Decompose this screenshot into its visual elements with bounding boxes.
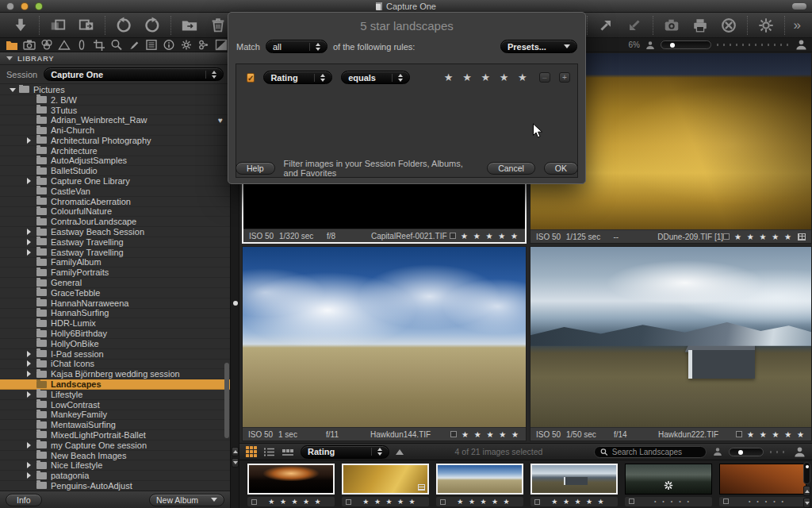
new-album-dropdown[interactable]: New Album xyxy=(149,494,224,506)
thumbnail-dune[interactable] xyxy=(342,464,429,495)
folder-row[interactable]: HDR-Lumix xyxy=(0,318,230,329)
tab-metadata-list-icon[interactable] xyxy=(145,39,158,51)
folder-row[interactable]: Kajsa Björnberg wedding session xyxy=(0,369,230,379)
disclosure-icon[interactable] xyxy=(26,320,33,326)
disclosure-icon[interactable] xyxy=(26,269,33,275)
star-rating[interactable]: ★ ★ ★ ★ ★ xyxy=(543,498,614,506)
disclosure-icon[interactable] xyxy=(26,157,33,164)
disclosure-icon[interactable] xyxy=(26,330,33,337)
disclosure-icon[interactable] xyxy=(26,402,33,408)
browser-cell-hawkdun144[interactable]: ISO 50 1 sec f/11 Hawkdun144.TIF ★ ★ ★ ★… xyxy=(242,246,527,441)
presets-dropdown[interactable]: Presets... xyxy=(500,40,577,53)
disclosure-icon[interactable] xyxy=(26,259,33,265)
disclosure-icon[interactable] xyxy=(26,188,33,194)
rule-enabled-checkbox[interactable] xyxy=(247,73,255,83)
thumbnail-grassland[interactable] xyxy=(436,464,523,495)
disclosure-icon[interactable] xyxy=(26,229,33,235)
slider-knob[interactable] xyxy=(738,450,743,455)
disclosure-icon[interactable] xyxy=(26,411,33,418)
folder-row[interactable]: HannahSurfing xyxy=(0,309,230,319)
filmstrip-item[interactable]: • • • • • xyxy=(625,464,712,506)
star-rating[interactable]: ★ ★ ★ ★ ★ xyxy=(462,430,520,439)
rule-field-select[interactable]: Rating xyxy=(263,71,332,84)
disclosure-icon[interactable] xyxy=(26,371,33,377)
help-button[interactable]: Help xyxy=(236,162,275,175)
folder-row[interactable]: Capture One Library xyxy=(0,176,230,187)
disclosure-icon[interactable] xyxy=(26,290,33,296)
cancel-circle-icon[interactable] xyxy=(720,17,737,34)
disclosure-icon[interactable] xyxy=(26,483,33,489)
disclosure-icon[interactable] xyxy=(26,137,33,144)
select-checkbox[interactable] xyxy=(736,431,742,437)
thumbnail-dirt-road[interactable] xyxy=(719,464,806,495)
filmstrip-item[interactable]: • • • • • xyxy=(719,464,806,506)
folder-row[interactable]: HollyOnBike xyxy=(0,339,230,349)
tab-info-icon[interactable] xyxy=(163,39,175,51)
tab-brush-icon[interactable] xyxy=(128,39,140,51)
thumbnail-size-slider[interactable] xyxy=(661,40,711,49)
select-checkbox[interactable] xyxy=(534,499,540,505)
copy-adjustments-icon[interactable] xyxy=(49,17,67,34)
import-download-icon[interactable] xyxy=(12,17,29,34)
folder-row[interactable]: FamilyAlbum xyxy=(0,258,230,268)
search-box[interactable] xyxy=(594,446,707,458)
cancel-button[interactable]: Cancel xyxy=(487,162,535,175)
folder-row[interactable]: Architectural Photography xyxy=(0,136,230,146)
tab-capture-camera-icon[interactable] xyxy=(23,39,36,51)
filmstrip-scrollbar[interactable] xyxy=(803,462,810,508)
disclosure-icon[interactable] xyxy=(26,239,33,245)
disclosure-icon[interactable] xyxy=(26,249,33,256)
select-checkbox[interactable] xyxy=(440,499,446,505)
sort-by-select[interactable]: Rating xyxy=(301,445,389,459)
disclosure-icon[interactable] xyxy=(26,442,33,448)
filmstrip-item[interactable]: ★ ★ ★ ★ ★ xyxy=(530,464,618,506)
folder-row[interactable]: my Capture One session xyxy=(0,441,230,451)
scroll-down-button[interactable] xyxy=(232,458,239,468)
disclosure-icon[interactable] xyxy=(26,300,33,306)
folder-row[interactable]: MixedLightPortrait-Ballet xyxy=(0,430,230,441)
disclosure-icon[interactable] xyxy=(26,218,33,225)
print-icon[interactable] xyxy=(691,17,709,34)
disclosure-icon[interactable] xyxy=(26,208,33,214)
disclosure-icon[interactable] xyxy=(26,117,33,123)
filmstrip-view-icon[interactable] xyxy=(282,447,294,457)
scrollbar-thumb[interactable] xyxy=(806,465,809,468)
scroll-down-button[interactable] xyxy=(803,498,810,508)
filmstrip-item[interactable]: ★ ★ ★ ★ ★ xyxy=(436,464,523,506)
star-rating[interactable]: ★ ★ ★ ★ ★ xyxy=(461,232,519,241)
folder-row[interactable]: Penguins-AutoAdjust xyxy=(0,481,230,491)
filmstrip-size-slider[interactable] xyxy=(729,448,764,456)
folder-row[interactable]: BalletStudio xyxy=(0,166,230,176)
disclosure-icon[interactable] xyxy=(26,178,33,184)
folder-row[interactable]: Adrian_Weinbrecht_Raw ♥ xyxy=(0,115,230,125)
scroll-up-button[interactable] xyxy=(803,486,810,496)
folder-row[interactable]: Holly6Birthday xyxy=(0,329,230,339)
folder-row[interactable]: LowContrast xyxy=(0,400,230,410)
folder-row[interactable]: Architecture xyxy=(0,146,230,156)
folder-row[interactable]: GraceTebble xyxy=(0,288,230,298)
sort-ascending-icon[interactable] xyxy=(396,449,404,455)
disclosure-icon[interactable] xyxy=(26,421,33,428)
star-rating[interactable]: ★ ★ ★ ★ ★ xyxy=(449,498,519,506)
select-checkbox[interactable] xyxy=(450,431,457,437)
library-header[interactable]: LIBRARY xyxy=(0,52,230,65)
disclosure-icon[interactable] xyxy=(26,360,33,367)
remove-rule-button[interactable]: – xyxy=(539,72,550,83)
scroll-up-button[interactable] xyxy=(232,447,239,456)
apply-adjustments-icon[interactable] xyxy=(78,17,95,34)
list-view-icon[interactable] xyxy=(263,447,275,457)
sidebar-scrollbar-thumb[interactable] xyxy=(224,363,229,438)
star-rating[interactable]: ★ ★ ★ ★ ★ xyxy=(734,233,793,241)
photo-hawkdun144[interactable] xyxy=(243,247,526,427)
disclosure-icon[interactable] xyxy=(26,167,33,174)
tab-process-gear-icon[interactable] xyxy=(180,39,193,51)
session-select[interactable]: Capture One xyxy=(44,67,224,81)
disclosure-icon[interactable] xyxy=(26,462,33,468)
folder-row[interactable]: Ani-Church xyxy=(0,125,230,136)
tab-library-folder-icon[interactable] xyxy=(6,39,18,51)
tab-loupe-icon[interactable] xyxy=(110,39,123,51)
toolbar-toggle-button[interactable] xyxy=(792,3,806,10)
filmstrip-item[interactable]: ★ ★ ★ ★ ★ xyxy=(247,464,335,506)
disclosure-icon[interactable] xyxy=(26,341,33,347)
folder-row[interactable]: Lifestyle xyxy=(0,390,230,400)
